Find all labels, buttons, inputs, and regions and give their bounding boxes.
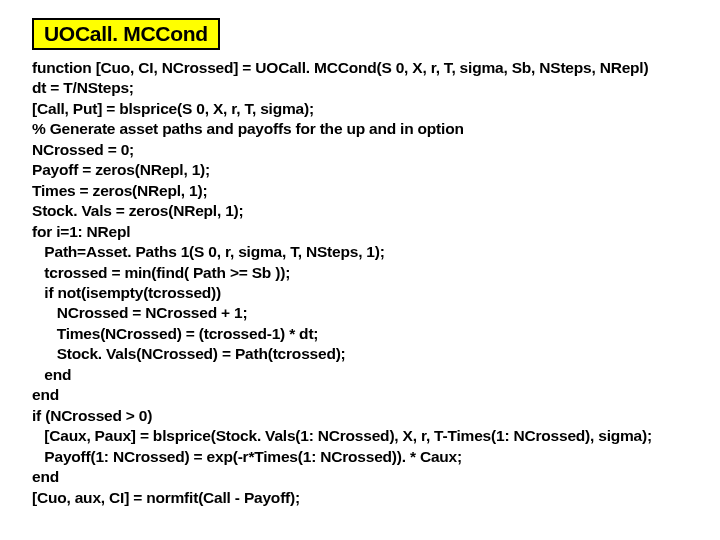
- code-line: Stock. Vals = zeros(NRepl, 1);: [32, 202, 244, 219]
- code-line: if not(isempty(tcrossed)): [32, 284, 221, 301]
- code-line: [Caux, Paux] = blsprice(Stock. Vals(1: N…: [32, 427, 652, 444]
- code-line: Times(NCrossed) = (tcrossed-1) * dt;: [32, 325, 318, 342]
- code-line: Path=Asset. Paths 1(S 0, r, sigma, T, NS…: [32, 243, 385, 260]
- code-line: end: [32, 386, 59, 403]
- code-line: Payoff(1: NCrossed) = exp(-r*Times(1: NC…: [32, 448, 462, 465]
- code-line: NCrossed = 0;: [32, 141, 134, 158]
- code-line: Times = zeros(NRepl, 1);: [32, 182, 207, 199]
- code-line: Payoff = zeros(NRepl, 1);: [32, 161, 210, 178]
- title-box: UOCall. MCCond: [32, 18, 220, 50]
- code-block: function [Cuo, CI, NCrossed] = UOCall. M…: [32, 58, 688, 508]
- title-text: UOCall. MCCond: [44, 22, 208, 45]
- code-line: function [Cuo, CI, NCrossed] = UOCall. M…: [32, 59, 648, 76]
- code-line: NCrossed = NCrossed + 1;: [32, 304, 247, 321]
- code-line: [Cuo, aux, CI] = normfit(Call - Payoff);: [32, 489, 300, 506]
- code-line: for i=1: NRepl: [32, 223, 130, 240]
- code-line: % Generate asset paths and payoffs for t…: [32, 120, 464, 137]
- code-line: end: [32, 468, 59, 485]
- code-line: dt = T/NSteps;: [32, 79, 134, 96]
- code-line: if (NCrossed > 0): [32, 407, 152, 424]
- code-line: [Call, Put] = blsprice(S 0, X, r, T, sig…: [32, 100, 314, 117]
- code-line: tcrossed = min(find( Path >= Sb ));: [32, 264, 290, 281]
- code-line: Stock. Vals(NCrossed) = Path(tcrossed);: [32, 345, 346, 362]
- code-line: end: [32, 366, 71, 383]
